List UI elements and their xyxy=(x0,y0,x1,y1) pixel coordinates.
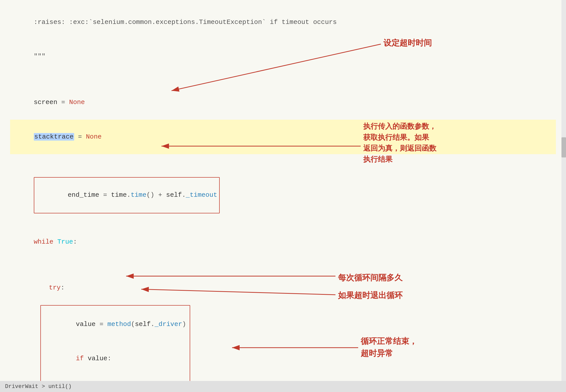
code-line-screen-none: screen = None xyxy=(10,85,556,120)
code-line-raises: :raises: :exc:`selenium.common.exception… xyxy=(10,5,556,40)
code-line-blank2 xyxy=(10,154,556,166)
annotation-loop-end: 循环正常结束，超时异常 xyxy=(361,335,417,359)
code-line-blank1 xyxy=(10,74,556,85)
code-line-while: while True: xyxy=(10,225,556,259)
scrollbar-thumb[interactable] xyxy=(561,137,566,157)
code-line-try: try: xyxy=(10,271,556,305)
bottom-bar-text: DriverWait > until() xyxy=(5,383,72,390)
annotation-execute: 执行传入的函数参数，获取执行结果。如果返回为真，则返回函数执行结果 xyxy=(363,121,436,165)
code-line-value-method: value = method(self._driver) xyxy=(44,307,186,342)
code-line-if-value: if value: xyxy=(44,342,186,376)
code-line-blank3 xyxy=(10,259,556,271)
code-line-docstring: """ xyxy=(10,40,556,74)
code-line-endtime: end_time = time.time() + self._timeout xyxy=(10,166,556,225)
scrollbar[interactable] xyxy=(561,0,566,392)
bottom-bar: DriverWait > until() xyxy=(0,381,566,392)
code-line-stacktrace-none: stacktrace = None xyxy=(10,120,556,154)
annotation-loop-exit: 如果超时退出循环 xyxy=(338,290,403,301)
code-area: :raises: :exc:`selenium.common.exception… xyxy=(0,0,566,392)
annotation-interval: 每次循环间隔多久 xyxy=(338,272,403,283)
annotation-timeout: 设定超时时间 xyxy=(383,37,432,49)
